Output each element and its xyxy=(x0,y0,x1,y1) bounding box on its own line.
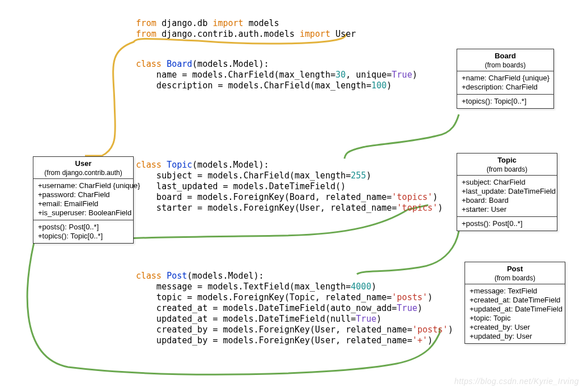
code-board: class Board(models.Model): name = models… xyxy=(136,59,417,91)
code-imports: from django.db import modelsfrom django.… xyxy=(136,18,356,40)
uml-post: Post(from boards)+message: TextField+cre… xyxy=(465,262,565,344)
uml-attributes: +username: CharField {unique}+password: … xyxy=(33,179,133,220)
uml-attributes: +subject: CharField+last_update: DateTim… xyxy=(457,176,557,217)
uml-attributes: +message: TextField+created_at: DateTime… xyxy=(465,284,565,343)
diagram-canvas: from django.db import modelsfrom django.… xyxy=(0,0,588,388)
uml-title: Topic(from boards) xyxy=(457,154,557,176)
uml-operations: +posts(): Post[0..*] xyxy=(457,217,557,231)
uml-attributes: +name: CharField {unique}+description: C… xyxy=(457,71,553,95)
uml-board: Board(from boards)+name: CharField {uniq… xyxy=(457,49,554,109)
watermark: https://blog.csdn.net/Kyrie_Irving xyxy=(454,377,579,386)
uml-title: User(from django.contrib.auth) xyxy=(33,157,133,179)
uml-user: User(from django.contrib.auth)+username:… xyxy=(33,156,134,244)
uml-topic: Topic(from boards)+subject: CharField+la… xyxy=(457,153,557,231)
uml-operations: +posts(): Post[0..*]+topics(): Topic[0..… xyxy=(33,220,133,243)
uml-title: Board(from boards) xyxy=(457,49,553,71)
code-topic: class Topic(models.Model): subject = mod… xyxy=(136,160,443,214)
code-post: class Post(models.Model): message = mode… xyxy=(136,271,453,346)
uml-title: Post(from boards) xyxy=(465,262,565,284)
uml-operations: +topics(): Topic[0..*] xyxy=(457,95,553,108)
